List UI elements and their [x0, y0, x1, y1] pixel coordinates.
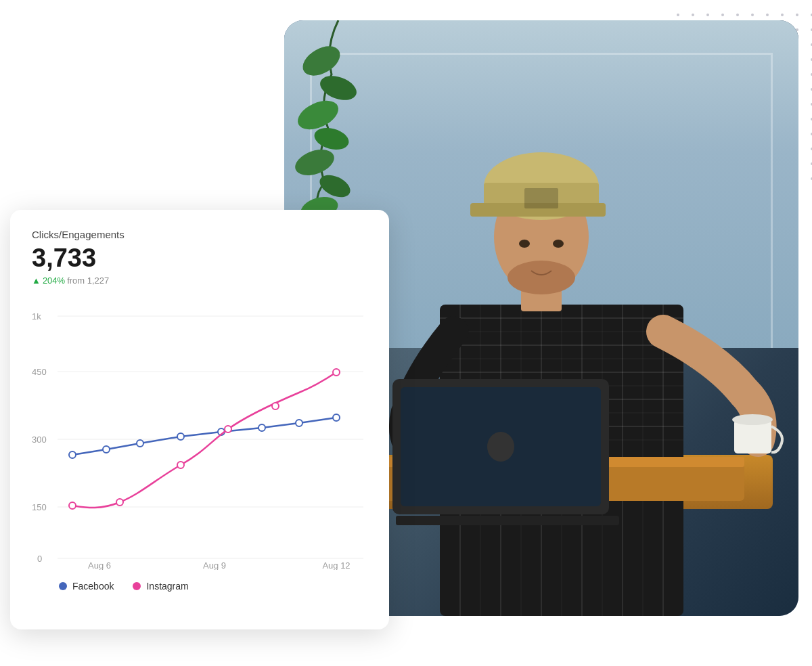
- chart-title: Clicks/Engagements: [32, 229, 367, 240]
- svg-rect-35: [524, 188, 558, 208]
- svg-text:0: 0: [37, 554, 42, 564]
- instagram-legend-dot: [133, 582, 141, 590]
- chart-value: 3,733: [32, 244, 367, 273]
- change-arrow: ▲: [32, 275, 41, 286]
- svg-text:Aug 12: Aug 12: [322, 560, 350, 570]
- svg-point-37: [553, 240, 564, 248]
- svg-point-36: [519, 240, 530, 248]
- svg-text:Aug 9: Aug 9: [203, 560, 226, 570]
- svg-point-66: [296, 420, 302, 426]
- facebook-legend-label: Facebook: [72, 581, 114, 592]
- facebook-legend-dot: [59, 582, 67, 590]
- svg-point-45: [487, 432, 514, 462]
- change-pct: 204%: [43, 275, 65, 286]
- instagram-legend-label: Instagram: [146, 581, 188, 592]
- chart-change: ▲ 204% from 1,227: [32, 275, 367, 286]
- svg-text:300: 300: [32, 435, 47, 445]
- legend-facebook: Facebook: [59, 581, 114, 592]
- svg-point-69: [116, 499, 123, 506]
- legend-instagram: Instagram: [133, 581, 188, 592]
- svg-text:450: 450: [32, 367, 47, 377]
- svg-point-65: [258, 424, 265, 431]
- chart-legend: Facebook Instagram: [32, 581, 367, 592]
- svg-point-62: [137, 440, 143, 447]
- svg-point-73: [333, 369, 340, 376]
- svg-text:1k: 1k: [32, 311, 41, 321]
- svg-text:150: 150: [32, 502, 47, 512]
- change-from: from 1,227: [67, 275, 109, 286]
- svg-point-68: [69, 502, 76, 509]
- svg-point-72: [272, 403, 279, 409]
- svg-text:Aug 6: Aug 6: [88, 560, 111, 570]
- svg-point-39: [732, 414, 773, 425]
- svg-point-63: [177, 433, 184, 440]
- svg-point-60: [69, 451, 76, 458]
- chart-graph: 1k 450 300 150 0 Aug 6 Aug 9 Aug 12: [32, 299, 367, 570]
- analytics-chart-card: Clicks/Engagements 3,733 ▲ 204% from 1,2…: [10, 210, 389, 629]
- svg-point-71: [225, 426, 231, 432]
- svg-point-31: [508, 261, 575, 294]
- svg-point-67: [333, 414, 340, 421]
- svg-point-70: [177, 462, 184, 468]
- svg-point-61: [103, 446, 110, 453]
- svg-rect-46: [396, 516, 619, 525]
